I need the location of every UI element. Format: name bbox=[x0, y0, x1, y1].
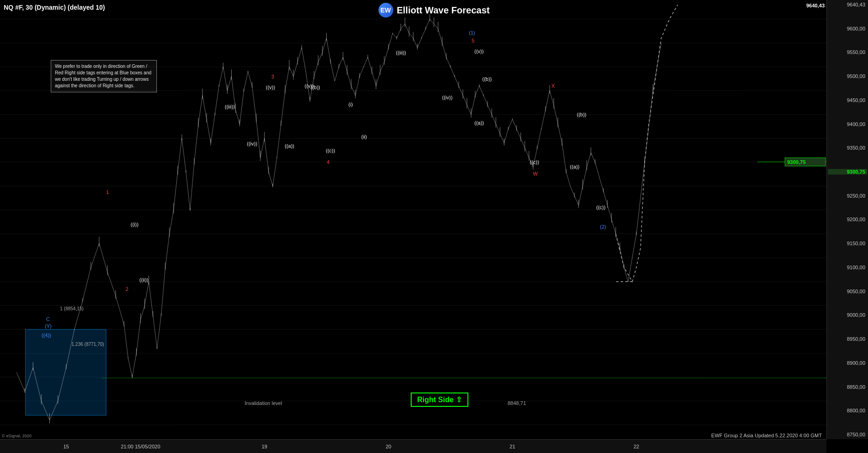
chart-title: NQ #F, 30 (Dynamic) (delayed 10) bbox=[4, 4, 105, 11]
right-side-tag-text: Right Side bbox=[417, 396, 454, 404]
y-axis-label: 9200,00 bbox=[828, 217, 867, 222]
y-axis-label: 9300,75 bbox=[828, 169, 867, 175]
y-axis-label: 8850,00 bbox=[828, 384, 867, 390]
y-axis-label: 9150,00 bbox=[828, 241, 867, 246]
x-axis-label: 15 bbox=[63, 444, 69, 449]
y-axis-label: 8800,00 bbox=[828, 408, 867, 413]
y-axis-label: 9100,00 bbox=[828, 265, 867, 270]
x-axis-label: 21 bbox=[509, 444, 515, 449]
y-axis-label: 9250,00 bbox=[828, 193, 867, 199]
y-axis: 9640,439600,009550,009500,009450,009400,… bbox=[826, 0, 868, 439]
y-axis-label: 9640,43 bbox=[828, 2, 867, 7]
trading-note-box: We prefer to trade only in direction of … bbox=[51, 60, 157, 92]
trading-note-text: We prefer to trade only in direction of … bbox=[55, 64, 151, 88]
y-axis-label: 9550,00 bbox=[828, 49, 867, 55]
y-axis-label: 9450,00 bbox=[828, 97, 867, 103]
y-axis-label: 9000,00 bbox=[828, 312, 867, 318]
x-axis-label: 22 bbox=[634, 444, 639, 449]
esignal-text: © eSignal, 2020 bbox=[2, 434, 31, 438]
x-axis-label: 21:00 15/05/2020 bbox=[121, 444, 161, 449]
y-axis-label: 8950,00 bbox=[828, 336, 867, 342]
x-axis-label: 19 bbox=[262, 444, 267, 449]
y-axis-label: 9400,00 bbox=[828, 121, 867, 127]
logo-text: Elliott Wave Forecast bbox=[397, 5, 490, 16]
x-axis-label: 20 bbox=[386, 444, 391, 449]
logo-icon: EW bbox=[378, 3, 393, 18]
bottom-note: EWF Group 2 Asia Updated 5.22.2020 4:00 … bbox=[711, 433, 822, 438]
esignal-label: © eSignal, 2020 bbox=[2, 434, 31, 438]
invalidation-value: 8848,71 bbox=[508, 400, 526, 406]
chart-container: NQ #F, 30 (Dynamic) (delayed 10) EW Elli… bbox=[0, 0, 868, 453]
y-axis-label: 9600,00 bbox=[828, 26, 867, 31]
right-side-tag: Right Side ⇧ bbox=[411, 393, 468, 407]
corner-price: 9640,43 bbox=[806, 3, 825, 8]
y-axis-label: 9050,00 bbox=[828, 289, 867, 294]
invalidation-val-text: 8848,71 bbox=[508, 400, 526, 406]
y-axis-label: 8900,00 bbox=[828, 360, 867, 366]
bottom-note-text: EWF Group 2 Asia Updated 5.22.2020 4:00 … bbox=[711, 433, 822, 438]
y-axis-label: 9500,00 bbox=[828, 73, 867, 79]
y-axis-label: 8750,00 bbox=[828, 432, 867, 437]
invalidation-label: Invalidation level bbox=[245, 400, 282, 406]
invalidation-text: Invalidation level bbox=[245, 400, 282, 406]
y-axis-label: 9350,00 bbox=[828, 145, 867, 151]
x-axis: 1521:00 15/05/202019202122 bbox=[0, 439, 826, 453]
logo: EW Elliott Wave Forecast bbox=[378, 3, 490, 18]
